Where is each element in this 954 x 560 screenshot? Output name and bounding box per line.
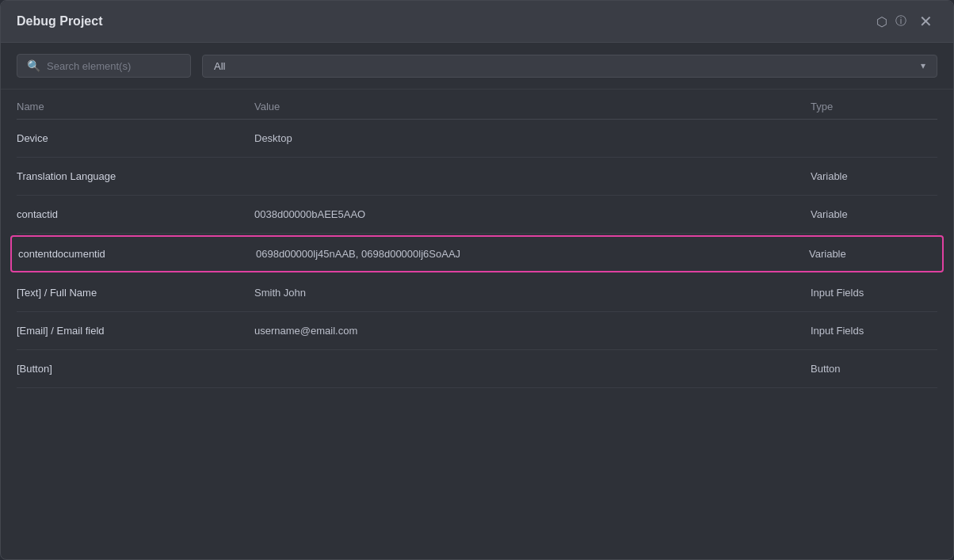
- table-row[interactable]: contactid 0038d00000bAEE5AAO Variable: [17, 196, 937, 234]
- table-row[interactable]: [Text] / Full Name Smith John Input Fiel…: [17, 274, 937, 312]
- table-row[interactable]: [Email] / Email field username@email.com…: [17, 312, 937, 350]
- cell-name: contactid: [17, 208, 254, 220]
- search-icon: 🔍: [27, 59, 40, 72]
- cell-type: Input Fields: [811, 325, 937, 337]
- cell-value: 0698d00000lj45nAAB, 0698d00000lj6SoAAJ: [256, 248, 809, 260]
- cell-type: Variable: [811, 208, 937, 220]
- cell-name: Device: [17, 132, 254, 144]
- cell-name: contentdocumentid: [18, 248, 256, 260]
- table-container: Name Value Type Device Desktop Translati…: [1, 90, 953, 559]
- cell-name: Translation Language: [17, 170, 254, 182]
- filter-label: All: [214, 60, 913, 72]
- cell-name: [Button]: [17, 363, 254, 375]
- column-header-name: Name: [17, 101, 254, 112]
- cell-value: username@email.com: [254, 325, 811, 337]
- info-icon[interactable]: ⓘ: [895, 14, 906, 29]
- share-icon[interactable]: ⬡: [876, 14, 887, 29]
- modal-header: Debug Project ⬡ ⓘ ✕: [1, 1, 953, 43]
- column-header-value: Value: [254, 101, 811, 112]
- cell-type: Button: [811, 363, 937, 375]
- cell-name: [Text] / Full Name: [17, 287, 254, 299]
- toolbar: 🔍 All ▾: [1, 43, 953, 90]
- table-row[interactable]: [Button] Button: [17, 350, 937, 388]
- modal-title: Debug Project: [17, 14, 868, 29]
- cell-value: Desktop: [254, 132, 811, 144]
- search-input[interactable]: [47, 60, 181, 72]
- cell-type: Input Fields: [811, 287, 937, 299]
- table-body: Device Desktop Translation Language Vari…: [17, 120, 937, 388]
- cell-value: 0038d00000bAEE5AAO: [254, 208, 811, 220]
- search-box: 🔍: [17, 54, 191, 78]
- column-header-type: Type: [811, 101, 937, 112]
- cell-value: Smith John: [254, 287, 811, 299]
- cell-name: [Email] / Email field: [17, 325, 254, 337]
- debug-modal: Debug Project ⬡ ⓘ ✕ 🔍 All ▾ Name Value T…: [0, 0, 954, 560]
- table-header: Name Value Type: [17, 90, 937, 120]
- filter-dropdown[interactable]: All ▾: [202, 55, 937, 78]
- cell-type: Variable: [811, 170, 937, 182]
- chevron-down-icon: ▾: [921, 60, 925, 71]
- close-button[interactable]: ✕: [914, 12, 937, 31]
- table-row[interactable]: contentdocumentid 0698d00000lj45nAAB, 06…: [10, 235, 944, 272]
- table-row[interactable]: Device Desktop: [17, 120, 937, 158]
- cell-type: Variable: [809, 248, 936, 260]
- table-row[interactable]: Translation Language Variable: [17, 158, 937, 196]
